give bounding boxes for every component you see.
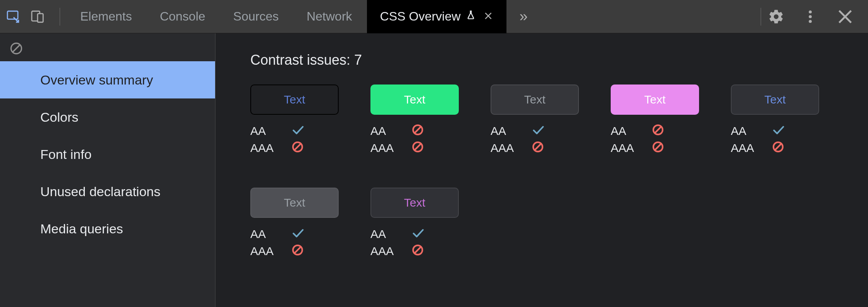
rating-aaa: AAA — [611, 140, 700, 157]
rating-aa: AA — [491, 122, 580, 140]
prohibited-icon — [652, 141, 664, 156]
rating-label: AAA — [250, 141, 281, 155]
rating-label: AA — [731, 124, 762, 138]
rating-label: AAA — [731, 141, 762, 155]
rating-aa: AA — [370, 122, 460, 140]
tab-label: Elements — [80, 9, 132, 24]
svg-rect-0 — [7, 11, 18, 19]
tab-console[interactable]: Console — [146, 0, 218, 33]
swatch-sample[interactable]: Text — [250, 85, 339, 115]
rating-label: AA — [491, 124, 522, 138]
checkmark-icon — [291, 124, 304, 139]
prohibited-icon — [291, 141, 304, 156]
tab-label: Sources — [233, 9, 279, 24]
rating-aa: AA — [611, 122, 700, 140]
rating-aa: AA — [250, 226, 339, 243]
tabbar-left-tools — [6, 8, 65, 26]
svg-rect-2 — [38, 14, 43, 22]
sidebar-item-overview-summary[interactable]: Overview summary — [0, 61, 215, 98]
tabbar-divider — [761, 8, 761, 26]
tab-label: Console — [160, 9, 205, 24]
rating-aa: AA — [370, 226, 460, 243]
rating-label: AA — [370, 124, 401, 138]
tabbar-divider — [60, 8, 60, 26]
checkmark-icon — [532, 124, 544, 139]
experimental-flask-icon — [465, 9, 476, 24]
prohibited-icon — [772, 141, 784, 156]
close-tab-icon[interactable] — [483, 9, 493, 24]
clear-overview-icon[interactable] — [9, 41, 23, 57]
swatch-sample[interactable]: Text — [611, 85, 699, 115]
contrast-swatch: TextAAAAA — [491, 85, 580, 157]
sidebar-item-label: Font info — [40, 147, 91, 162]
sidebar-item-colors[interactable]: Colors — [0, 98, 215, 136]
inspect-element-icon[interactable] — [6, 9, 21, 24]
contrast-swatch: TextAAAAA — [250, 85, 339, 157]
rating-label: AAA — [250, 245, 281, 258]
contrast-section-title: Contrast issues: 7 — [250, 52, 833, 68]
prohibited-icon — [412, 124, 424, 139]
contrast-swatch: TextAAAAA — [370, 188, 460, 260]
devtools-tabbar: Elements Console Sources Network CSS Ove… — [0, 0, 868, 33]
more-tabs-icon[interactable]: » — [508, 8, 539, 25]
checkmark-icon — [772, 124, 784, 139]
contrast-swatch: TextAAAAA — [731, 85, 820, 157]
close-devtools-icon[interactable] — [836, 8, 854, 26]
swatch-sample[interactable]: Text — [731, 85, 819, 115]
sidebar-item-label: Overview summary — [40, 72, 153, 88]
checkmark-icon — [291, 227, 304, 242]
svg-point-3 — [809, 10, 812, 13]
css-overview-main: Contrast issues: 7 TextAAAAATextAAAAATex… — [215, 33, 868, 307]
rating-aaa: AAA — [370, 243, 460, 260]
rating-label: AA — [611, 124, 642, 138]
settings-icon[interactable] — [768, 9, 784, 25]
rating-label: AAA — [611, 141, 642, 155]
swatch-sample[interactable]: Text — [370, 188, 459, 218]
sidebar-item-unused-declarations[interactable]: Unused declarations — [0, 173, 215, 210]
rating-aaa: AAA — [731, 140, 820, 157]
swatch-sample[interactable]: Text — [491, 85, 579, 115]
rating-label: AAA — [370, 141, 401, 155]
rating-label: AA — [250, 124, 281, 138]
swatch-sample[interactable]: Text — [250, 188, 339, 218]
tab-css-overview[interactable]: CSS Overview — [367, 0, 506, 33]
contrast-swatch: TextAAAAA — [370, 85, 460, 157]
contrast-swatch: TextAAAAA — [611, 85, 700, 157]
rating-label: AA — [370, 228, 401, 241]
css-overview-sidebar: Overview summaryColorsFont infoUnused de… — [0, 33, 215, 307]
rating-label: AAA — [370, 245, 401, 258]
tab-network[interactable]: Network — [293, 0, 365, 33]
svg-point-5 — [809, 20, 812, 23]
rating-aaa: AAA — [250, 243, 339, 260]
swatch-sample[interactable]: Text — [370, 85, 459, 115]
rating-aaa: AAA — [250, 140, 339, 157]
tab-elements[interactable]: Elements — [67, 0, 145, 33]
sidebar-item-font-info[interactable]: Font info — [0, 136, 215, 173]
prohibited-icon — [532, 141, 544, 156]
contrast-swatch: TextAAAAA — [250, 188, 339, 260]
device-toolbar-icon[interactable] — [30, 9, 45, 24]
sidebar-item-media-queries[interactable]: Media queries — [0, 210, 215, 247]
prohibited-icon — [652, 124, 664, 139]
checkmark-icon — [412, 227, 424, 242]
prohibited-icon — [291, 244, 304, 259]
svg-point-4 — [809, 15, 812, 18]
sidebar-item-label: Unused declarations — [40, 184, 160, 199]
rating-label: AAA — [491, 141, 522, 155]
tab-sources[interactable]: Sources — [220, 0, 292, 33]
rating-aaa: AAA — [370, 140, 460, 157]
rating-aa: AA — [731, 122, 820, 140]
prohibited-icon — [412, 244, 424, 259]
tab-label: Network — [307, 9, 352, 24]
rating-aa: AA — [250, 122, 339, 140]
tab-label: CSS Overview — [380, 9, 461, 24]
sidebar-item-label: Media queries — [40, 221, 123, 236]
sidebar-item-label: Colors — [40, 110, 78, 125]
kebab-menu-icon[interactable] — [802, 9, 818, 25]
prohibited-icon — [412, 141, 424, 156]
rating-label: AA — [250, 228, 281, 241]
rating-aaa: AAA — [491, 140, 580, 157]
